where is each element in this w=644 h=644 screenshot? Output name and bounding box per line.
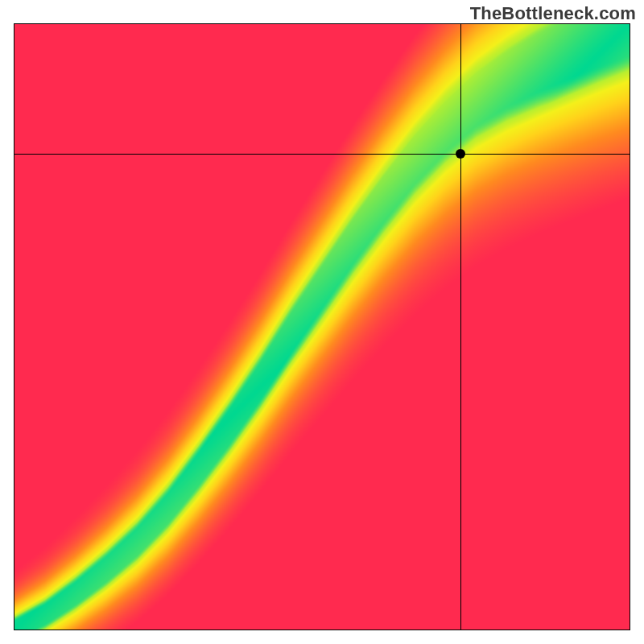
marker-dot: [456, 149, 465, 159]
heatmap-canvas: [0, 0, 644, 644]
crosshair-vertical: [460, 23, 461, 630]
watermark-text: TheBottleneck.com: [470, 3, 636, 24]
crosshair-horizontal: [14, 154, 630, 155]
chart-container: TheBottleneck.com: [0, 0, 644, 644]
